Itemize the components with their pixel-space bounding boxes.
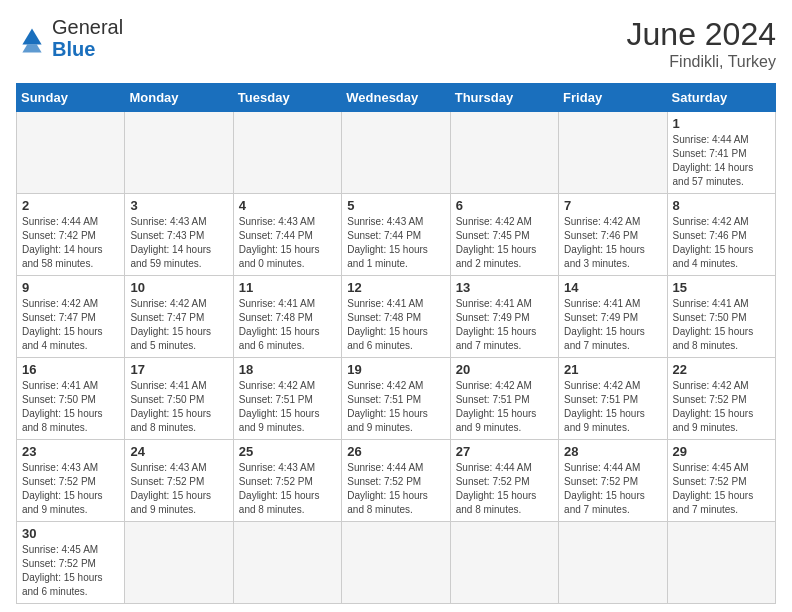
calendar-cell: 21Sunrise: 4:42 AMSunset: 7:51 PMDayligh… (559, 358, 667, 440)
day-info: Sunrise: 4:41 AMSunset: 7:50 PMDaylight:… (22, 379, 119, 435)
calendar-cell: 29Sunrise: 4:45 AMSunset: 7:52 PMDayligh… (667, 440, 775, 522)
day-number: 11 (239, 280, 336, 295)
calendar-cell: 11Sunrise: 4:41 AMSunset: 7:48 PMDayligh… (233, 276, 341, 358)
day-info: Sunrise: 4:44 AMSunset: 7:41 PMDaylight:… (673, 133, 770, 189)
calendar-cell (233, 112, 341, 194)
logo: General Blue (16, 16, 123, 60)
day-number: 19 (347, 362, 444, 377)
calendar-cell: 22Sunrise: 4:42 AMSunset: 7:52 PMDayligh… (667, 358, 775, 440)
logo-text: General Blue (52, 16, 123, 60)
day-number: 15 (673, 280, 770, 295)
day-info: Sunrise: 4:44 AMSunset: 7:52 PMDaylight:… (456, 461, 553, 517)
location: Findikli, Turkey (627, 53, 776, 71)
day-info: Sunrise: 4:45 AMSunset: 7:52 PMDaylight:… (22, 543, 119, 599)
calendar-cell (559, 522, 667, 604)
logo-icon (16, 22, 48, 54)
day-header-wednesday: Wednesday (342, 84, 450, 112)
day-number: 13 (456, 280, 553, 295)
day-info: Sunrise: 4:43 AMSunset: 7:52 PMDaylight:… (130, 461, 227, 517)
day-info: Sunrise: 4:41 AMSunset: 7:50 PMDaylight:… (130, 379, 227, 435)
day-number: 20 (456, 362, 553, 377)
calendar-cell: 26Sunrise: 4:44 AMSunset: 7:52 PMDayligh… (342, 440, 450, 522)
day-info: Sunrise: 4:41 AMSunset: 7:50 PMDaylight:… (673, 297, 770, 353)
calendar-cell: 27Sunrise: 4:44 AMSunset: 7:52 PMDayligh… (450, 440, 558, 522)
day-info: Sunrise: 4:43 AMSunset: 7:43 PMDaylight:… (130, 215, 227, 271)
calendar-table: SundayMondayTuesdayWednesdayThursdayFrid… (16, 83, 776, 604)
calendar-week-2: 2Sunrise: 4:44 AMSunset: 7:42 PMDaylight… (17, 194, 776, 276)
day-info: Sunrise: 4:43 AMSunset: 7:52 PMDaylight:… (239, 461, 336, 517)
calendar-cell: 18Sunrise: 4:42 AMSunset: 7:51 PMDayligh… (233, 358, 341, 440)
day-header-tuesday: Tuesday (233, 84, 341, 112)
calendar-week-5: 23Sunrise: 4:43 AMSunset: 7:52 PMDayligh… (17, 440, 776, 522)
day-number: 22 (673, 362, 770, 377)
calendar-cell (125, 522, 233, 604)
day-info: Sunrise: 4:42 AMSunset: 7:47 PMDaylight:… (130, 297, 227, 353)
day-number: 29 (673, 444, 770, 459)
day-number: 14 (564, 280, 661, 295)
calendar-body: 1Sunrise: 4:44 AMSunset: 7:41 PMDaylight… (17, 112, 776, 604)
day-info: Sunrise: 4:43 AMSunset: 7:44 PMDaylight:… (239, 215, 336, 271)
calendar-cell: 23Sunrise: 4:43 AMSunset: 7:52 PMDayligh… (17, 440, 125, 522)
day-number: 17 (130, 362, 227, 377)
day-info: Sunrise: 4:42 AMSunset: 7:51 PMDaylight:… (239, 379, 336, 435)
day-info: Sunrise: 4:44 AMSunset: 7:52 PMDaylight:… (564, 461, 661, 517)
day-info: Sunrise: 4:44 AMSunset: 7:52 PMDaylight:… (347, 461, 444, 517)
calendar-cell: 25Sunrise: 4:43 AMSunset: 7:52 PMDayligh… (233, 440, 341, 522)
day-header-friday: Friday (559, 84, 667, 112)
calendar-cell (450, 522, 558, 604)
day-number: 23 (22, 444, 119, 459)
day-number: 25 (239, 444, 336, 459)
calendar-cell: 12Sunrise: 4:41 AMSunset: 7:48 PMDayligh… (342, 276, 450, 358)
day-header-saturday: Saturday (667, 84, 775, 112)
day-number: 5 (347, 198, 444, 213)
calendar-cell: 10Sunrise: 4:42 AMSunset: 7:47 PMDayligh… (125, 276, 233, 358)
calendar-cell: 8Sunrise: 4:42 AMSunset: 7:46 PMDaylight… (667, 194, 775, 276)
calendar-week-6: 30Sunrise: 4:45 AMSunset: 7:52 PMDayligh… (17, 522, 776, 604)
calendar-cell: 19Sunrise: 4:42 AMSunset: 7:51 PMDayligh… (342, 358, 450, 440)
calendar-cell: 16Sunrise: 4:41 AMSunset: 7:50 PMDayligh… (17, 358, 125, 440)
day-header-monday: Monday (125, 84, 233, 112)
svg-marker-0 (22, 28, 41, 44)
day-info: Sunrise: 4:41 AMSunset: 7:49 PMDaylight:… (564, 297, 661, 353)
calendar-cell: 15Sunrise: 4:41 AMSunset: 7:50 PMDayligh… (667, 276, 775, 358)
day-number: 4 (239, 198, 336, 213)
month-year: June 2024 (627, 16, 776, 53)
calendar-week-4: 16Sunrise: 4:41 AMSunset: 7:50 PMDayligh… (17, 358, 776, 440)
calendar-cell (233, 522, 341, 604)
calendar-cell: 30Sunrise: 4:45 AMSunset: 7:52 PMDayligh… (17, 522, 125, 604)
calendar-cell (17, 112, 125, 194)
calendar-cell: 13Sunrise: 4:41 AMSunset: 7:49 PMDayligh… (450, 276, 558, 358)
day-number: 1 (673, 116, 770, 131)
calendar-cell: 5Sunrise: 4:43 AMSunset: 7:44 PMDaylight… (342, 194, 450, 276)
calendar-cell: 3Sunrise: 4:43 AMSunset: 7:43 PMDaylight… (125, 194, 233, 276)
calendar-cell: 4Sunrise: 4:43 AMSunset: 7:44 PMDaylight… (233, 194, 341, 276)
calendar-week-3: 9Sunrise: 4:42 AMSunset: 7:47 PMDaylight… (17, 276, 776, 358)
calendar-cell: 6Sunrise: 4:42 AMSunset: 7:45 PMDaylight… (450, 194, 558, 276)
day-info: Sunrise: 4:42 AMSunset: 7:51 PMDaylight:… (564, 379, 661, 435)
calendar-cell: 14Sunrise: 4:41 AMSunset: 7:49 PMDayligh… (559, 276, 667, 358)
day-number: 21 (564, 362, 661, 377)
day-number: 6 (456, 198, 553, 213)
day-info: Sunrise: 4:43 AMSunset: 7:44 PMDaylight:… (347, 215, 444, 271)
day-info: Sunrise: 4:43 AMSunset: 7:52 PMDaylight:… (22, 461, 119, 517)
title-block: June 2024 Findikli, Turkey (627, 16, 776, 71)
day-info: Sunrise: 4:41 AMSunset: 7:48 PMDaylight:… (239, 297, 336, 353)
day-number: 12 (347, 280, 444, 295)
day-info: Sunrise: 4:42 AMSunset: 7:47 PMDaylight:… (22, 297, 119, 353)
day-number: 3 (130, 198, 227, 213)
calendar-header: SundayMondayTuesdayWednesdayThursdayFrid… (17, 84, 776, 112)
calendar-cell (342, 522, 450, 604)
calendar-week-1: 1Sunrise: 4:44 AMSunset: 7:41 PMDaylight… (17, 112, 776, 194)
calendar-cell: 20Sunrise: 4:42 AMSunset: 7:51 PMDayligh… (450, 358, 558, 440)
day-number: 7 (564, 198, 661, 213)
day-number: 10 (130, 280, 227, 295)
day-info: Sunrise: 4:42 AMSunset: 7:46 PMDaylight:… (673, 215, 770, 271)
day-number: 26 (347, 444, 444, 459)
day-number: 27 (456, 444, 553, 459)
day-info: Sunrise: 4:45 AMSunset: 7:52 PMDaylight:… (673, 461, 770, 517)
day-number: 30 (22, 526, 119, 541)
calendar-cell: 17Sunrise: 4:41 AMSunset: 7:50 PMDayligh… (125, 358, 233, 440)
page-header: General Blue June 2024 Findikli, Turkey (16, 16, 776, 71)
calendar-cell: 1Sunrise: 4:44 AMSunset: 7:41 PMDaylight… (667, 112, 775, 194)
calendar-cell (342, 112, 450, 194)
